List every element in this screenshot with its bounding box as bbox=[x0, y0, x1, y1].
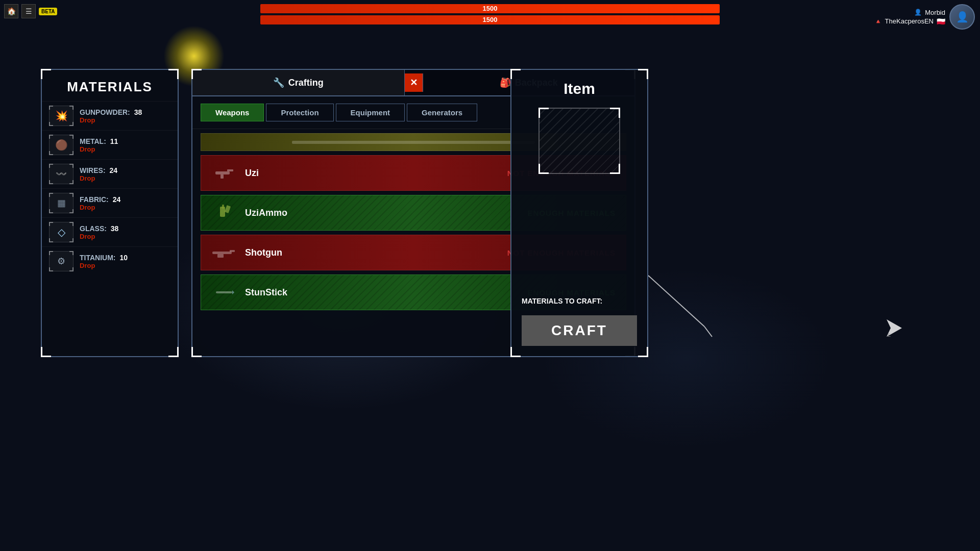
material-item-wires: 〰️ WIRES: 24 Drop bbox=[42, 159, 178, 188]
partial-bar bbox=[292, 141, 534, 144]
material-icon-gunpowder: 💥 bbox=[49, 106, 74, 126]
cat-weapons[interactable]: Weapons bbox=[201, 104, 264, 121]
mat-drop-fabric[interactable]: Drop bbox=[80, 204, 170, 211]
mat-qty-titanium: 10 bbox=[119, 254, 128, 262]
mat-drop-wires[interactable]: Drop bbox=[80, 174, 170, 182]
svg-rect-1 bbox=[227, 169, 233, 171]
item-corner-tl bbox=[510, 69, 521, 79]
mat-qty-gunpowder: 38 bbox=[134, 108, 142, 116]
shotgun-name: Shotgun bbox=[245, 247, 507, 258]
mat-name-wires: WIRES: bbox=[80, 166, 106, 174]
crafting-corner-bl bbox=[191, 347, 202, 357]
item-panel: Item MATERIALS TO CRAFT: CRAFT bbox=[510, 69, 648, 357]
material-icon-wires: 〰️ bbox=[49, 164, 74, 184]
mat-drop-glass[interactable]: Drop bbox=[80, 233, 170, 240]
materials-title: MATERIALS bbox=[42, 70, 178, 101]
crafting-tab-label: Crafting bbox=[288, 78, 324, 88]
material-item-titanium: ⚙ TITANIUM: 10 Drop bbox=[42, 246, 178, 276]
svg-marker-10 bbox=[232, 290, 234, 294]
flag-icon: 🇵🇱 bbox=[937, 17, 945, 26]
stunstick-name: StunStick bbox=[245, 287, 528, 298]
svg-rect-5 bbox=[225, 205, 231, 213]
svg-rect-6 bbox=[212, 252, 232, 254]
cursor-indicator: E bbox=[887, 319, 904, 339]
material-item-fabric: ▦ FABRIC: 24 Drop bbox=[42, 188, 178, 217]
svg-text:E: E bbox=[888, 333, 891, 337]
item-preview-stripes bbox=[540, 109, 619, 173]
mat-drop-metal[interactable]: Drop bbox=[80, 145, 170, 153]
close-button[interactable]: ✕ bbox=[405, 73, 423, 92]
material-icon-glass: ◇ bbox=[49, 222, 74, 242]
stunstick-icon bbox=[211, 280, 237, 305]
mat-drop-titanium[interactable]: Drop bbox=[80, 262, 170, 269]
item-corner-bl bbox=[510, 347, 521, 357]
mat-qty-fabric: 24 bbox=[113, 195, 121, 204]
corner-br bbox=[168, 347, 179, 357]
secondary-username: TheKacperosEN bbox=[885, 17, 934, 25]
uzi-icon bbox=[211, 160, 237, 186]
secondary-user-row: 🔺 TheKacperosEN 🇵🇱 bbox=[874, 17, 945, 26]
backpack-tab-icon: 🎒 bbox=[500, 77, 511, 88]
material-item-gunpowder: 💥 GUNPOWDER: 38 Drop bbox=[42, 101, 178, 130]
health-bars-container: 1500 1500 bbox=[260, 4, 720, 27]
svg-rect-8 bbox=[217, 254, 224, 258]
material-icon-metal: 🟤 bbox=[49, 135, 74, 155]
primary-username: Morbid bbox=[925, 9, 945, 16]
tab-crafting[interactable]: 🔧 Crafting bbox=[192, 70, 405, 95]
cat-equipment[interactable]: Equipment bbox=[336, 104, 405, 121]
health-bar-1: 1500 bbox=[260, 4, 720, 13]
materials-to-craft-label: MATERIALS TO CRAFT: bbox=[522, 297, 637, 310]
materials-panel: MATERIALS 💥 GUNPOWDER: 38 Drop 🟤 METAL: … bbox=[41, 69, 179, 357]
mat-qty-metal: 11 bbox=[110, 137, 118, 145]
mat-qty-glass: 38 bbox=[111, 224, 119, 233]
svg-rect-7 bbox=[230, 250, 235, 252]
svg-rect-2 bbox=[220, 174, 224, 179]
craft-button[interactable]: CRAFT bbox=[522, 315, 637, 346]
avatar: 👤 bbox=[949, 4, 975, 30]
svg-rect-9 bbox=[216, 291, 232, 293]
svg-rect-4 bbox=[222, 205, 224, 209]
material-item-metal: 🟤 METAL: 11 Drop bbox=[42, 130, 178, 159]
menu-icon[interactable]: ☰ bbox=[21, 4, 36, 18]
crafting-tab-icon: 🔧 bbox=[273, 77, 284, 88]
health-value-1: 1500 bbox=[260, 4, 720, 13]
uzi-name: Uzi bbox=[245, 168, 507, 179]
mat-qty-wires: 24 bbox=[109, 166, 117, 174]
item-corner-tr bbox=[638, 69, 648, 79]
item-corner-br bbox=[638, 347, 648, 357]
cat-generators[interactable]: Generators bbox=[407, 104, 477, 121]
svg-rect-0 bbox=[215, 171, 230, 174]
health-value-2: 1500 bbox=[260, 15, 720, 24]
material-icon-titanium: ⚙ bbox=[49, 251, 74, 271]
user-panel: 👤 Morbid 🔺 TheKacperosEN 🇵🇱 👤 bbox=[883, 4, 975, 30]
home-icon[interactable]: 🏠 bbox=[4, 4, 18, 18]
cat-protection[interactable]: Protection bbox=[266, 104, 333, 121]
item-preview-box bbox=[538, 108, 620, 174]
corner-bl bbox=[41, 347, 51, 357]
uziammo-icon bbox=[211, 200, 237, 226]
beta-badge: BETA bbox=[39, 8, 57, 15]
material-item-glass: ◇ GLASS: 38 Drop bbox=[42, 217, 178, 246]
user-icon-2: 🔺 bbox=[874, 18, 882, 25]
mat-drop-gunpowder[interactable]: Drop bbox=[80, 116, 170, 124]
primary-user-row: 👤 Morbid bbox=[914, 9, 945, 16]
health-bar-2: 1500 bbox=[260, 15, 720, 24]
uziammo-name: UziAmmo bbox=[245, 208, 528, 218]
mat-name-metal: METAL: bbox=[80, 137, 106, 145]
shotgun-icon bbox=[211, 240, 237, 265]
material-icon-fabric: ▦ bbox=[49, 193, 74, 213]
mat-name-fabric: FABRIC: bbox=[80, 195, 109, 204]
mat-name-titanium: TITANIUM: bbox=[80, 254, 116, 262]
top-left-icons: 🏠 ☰ BETA bbox=[4, 4, 57, 18]
mat-name-gunpowder: GUNPOWDER: bbox=[80, 108, 130, 116]
user-icon-1: 👤 bbox=[914, 9, 922, 16]
item-title: Item bbox=[564, 80, 595, 97]
mat-name-glass: GLASS: bbox=[80, 224, 107, 233]
